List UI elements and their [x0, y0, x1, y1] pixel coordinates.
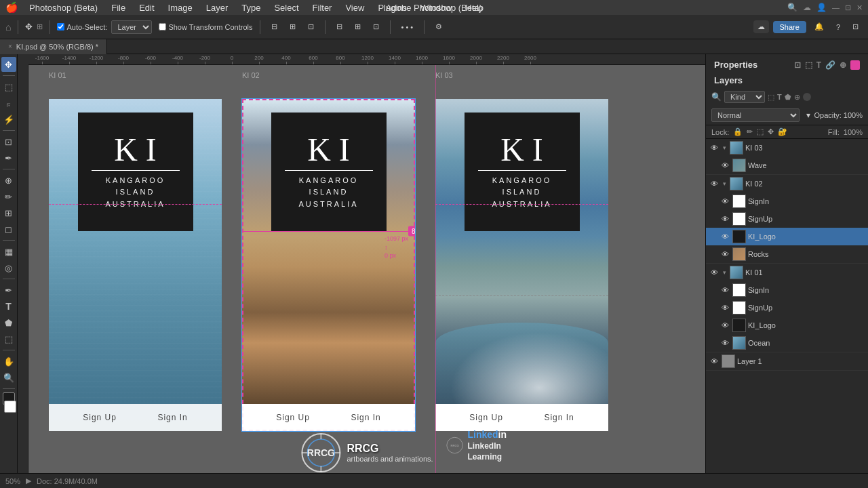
marquee-tool[interactable]: ⬚ [1, 79, 16, 94]
fill-value[interactable]: 100% [844, 128, 863, 136]
filter-icon-smart[interactable]: ⊕ [794, 93, 800, 102]
menu-file[interactable]: File [106, 1, 131, 14]
notification-button[interactable]: 🔔 [810, 20, 828, 33]
props-icon-3[interactable]: T [816, 60, 821, 70]
layer-row-ki01-ocean[interactable]: 👁 Ocean [706, 334, 868, 352]
artboard-ki03[interactable]: KI KANGAROOISLANDAUSTRALIA Sign Up Sign … [435, 99, 608, 431]
ki03-signup-btn[interactable]: Sign Up [469, 413, 503, 422]
ki03-signin-btn[interactable]: Sign In [544, 413, 574, 422]
layer-row-wave[interactable]: 👁 Wave [706, 157, 868, 174]
layer-row-ki01-logo[interactable]: 👁 KI_Logo [706, 317, 868, 334]
menu-view[interactable]: View [340, 1, 370, 14]
menu-image[interactable]: Image [163, 1, 198, 14]
lock-all-icon[interactable]: 🔐 [778, 127, 787, 136]
ki01-signin-btn[interactable]: Sign In [157, 413, 187, 422]
eye-wave[interactable]: 👁 [719, 160, 730, 171]
layer-row-ki02-signup[interactable]: 👁 SignUp [706, 210, 868, 228]
move-tool-icon[interactable]: ✥ [25, 22, 33, 32]
wand-tool[interactable]: ⚡ [1, 112, 16, 127]
shape-tool[interactable]: ⬚ [1, 331, 16, 346]
ki02-signin-btn[interactable]: Sign In [351, 413, 380, 422]
artboard-ki01[interactable]: KI KANGAROOISLANDAUSTRALIA Sign Up Sign … [49, 99, 222, 431]
eye-ki01-signup[interactable]: 👁 [719, 302, 730, 313]
eye-ki01-signin[interactable]: 👁 [719, 285, 730, 296]
props-icon-5[interactable]: ⊕ [840, 60, 846, 70]
filter-icon-color[interactable] [803, 93, 811, 101]
hand-tool[interactable]: ✋ [1, 354, 16, 369]
menu-filter[interactable]: Filter [307, 1, 338, 14]
eye-ki02-signup[interactable]: 👁 [719, 214, 730, 224]
filter-icon-text[interactable]: T [777, 93, 782, 101]
filter-icon-pixel[interactable]: ⬚ [768, 93, 774, 102]
menu-edit[interactable]: Edit [134, 1, 159, 14]
lasso-tool[interactable]: ⟔ [1, 96, 16, 110]
transform-options-icon[interactable]: ⊞ [37, 22, 43, 31]
artboard-ki02[interactable]: KI KANGAROOISLANDAUSTRALIA 884 px [242, 99, 415, 431]
opacity-value[interactable]: 100% [844, 111, 863, 119]
settings-button[interactable]: ⚙ [431, 20, 446, 33]
background-color[interactable] [4, 401, 16, 413]
layer-row-ki01-group[interactable]: 👁 ▾ KI 01 [706, 264, 868, 281]
transform-controls-checkbox[interactable] [159, 23, 166, 30]
eye-layer1[interactable]: 👁 [709, 356, 719, 367]
share-button[interactable]: Share [773, 21, 806, 33]
pen-tool[interactable]: ✒ [1, 283, 16, 298]
zoom-display[interactable]: 50% [5, 477, 20, 485]
panel-toggle-button[interactable]: ⊡ [848, 20, 863, 33]
user-icon[interactable]: 👤 [816, 3, 827, 12]
path-tool[interactable]: ⬟ [1, 315, 16, 330]
auto-select-dropdown[interactable]: Layer Group [111, 20, 152, 34]
props-icon-6[interactable] [850, 60, 860, 70]
layer-row-ki03-group[interactable]: 👁 ▾ KI 03 [706, 139, 868, 157]
eye-ki01-logo[interactable]: 👁 [719, 320, 730, 331]
blend-mode-dropdown[interactable]: Normal Multiply Screen [711, 108, 800, 122]
lock-transparency-icon[interactable]: 🔒 [733, 127, 743, 136]
menu-type[interactable]: Type [236, 1, 266, 14]
align-left-button[interactable]: ⊟ [267, 20, 281, 33]
close-icon[interactable]: ✕ [856, 3, 863, 12]
clone-tool[interactable]: ⊞ [1, 205, 16, 220]
crop-tool[interactable]: ⊡ [1, 134, 16, 149]
align-center-v-button[interactable]: ⊞ [351, 20, 365, 33]
search-icon[interactable]: 🔍 [787, 3, 797, 12]
gradient-tool[interactable]: ▦ [1, 244, 16, 259]
layer-row-ki02-group[interactable]: 👁 ▾ KI 02 [706, 175, 868, 192]
menu-layer[interactable]: Layer [201, 1, 234, 14]
doc-tab[interactable]: × KI.psd @ 50% (RGB/8) * [0, 39, 107, 54]
eye-ki02-signin[interactable]: 👁 [719, 196, 730, 207]
doc-tab-close[interactable]: × [8, 43, 12, 50]
menu-select[interactable]: Select [269, 1, 304, 14]
layer-row-ki02-signin[interactable]: 👁 SignIn [706, 192, 868, 210]
cloud-doc-button[interactable]: ☁ [753, 20, 769, 33]
heal-tool[interactable]: ⊕ [1, 173, 16, 188]
props-icon-4[interactable]: 🔗 [825, 60, 835, 70]
expand-ki03[interactable]: ▾ [722, 143, 728, 152]
menu-photoshop[interactable]: Photoshop (Beta) [24, 1, 103, 14]
layer-row-ki02-rocks[interactable]: 👁 Rocks [706, 245, 868, 263]
zoom-expand-icon[interactable]: ▶ [26, 476, 31, 485]
align-center-h-button[interactable]: ⊞ [285, 20, 300, 33]
type-tool[interactable]: T [1, 299, 16, 314]
eye-ki02-logo[interactable]: 👁 [719, 231, 730, 242]
eye-ki01[interactable]: 👁 [709, 267, 719, 278]
lock-position-icon[interactable]: ✥ [768, 127, 774, 136]
eye-ki02[interactable]: 👁 [709, 178, 719, 189]
props-icon-2[interactable]: ⬚ [805, 60, 812, 70]
apple-menu[interactable]: 🍎 [5, 1, 18, 14]
minimize-icon[interactable]: — [832, 3, 840, 12]
expand-ki02[interactable]: ▾ [722, 179, 728, 188]
align-top-button[interactable]: ⊟ [332, 20, 347, 33]
align-right-button[interactable]: ⊡ [304, 20, 318, 33]
expand-ki01[interactable]: ▾ [722, 268, 728, 277]
brush-tool[interactable]: ✏ [1, 189, 16, 204]
zoom-tool[interactable]: 🔍 [1, 370, 16, 385]
blur-tool[interactable]: ◎ [1, 260, 16, 275]
canvas-content[interactable]: KI 01 KI 02 KI 03 [28, 65, 705, 473]
lock-paint-icon[interactable]: ✏ [747, 127, 753, 136]
layer-row-ki01-signin[interactable]: 👁 SignIn [706, 281, 868, 299]
align-bottom-button[interactable]: ⊡ [369, 20, 383, 33]
eye-ki01-ocean[interactable]: 👁 [719, 338, 730, 348]
auto-select-checkbox[interactable] [57, 23, 64, 30]
layer-row-ki02-logo[interactable]: 👁 KI_Logo [706, 228, 868, 245]
eraser-tool[interactable]: ◻ [1, 222, 16, 237]
